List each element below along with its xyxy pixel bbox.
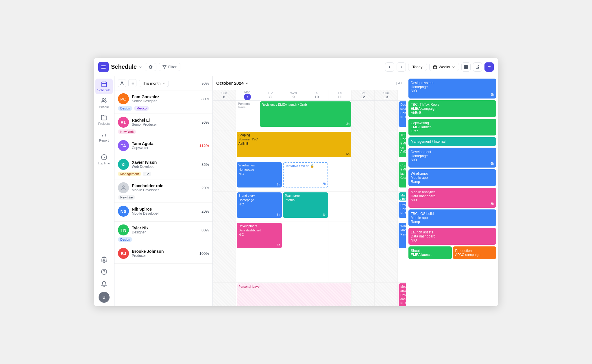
cell-tami-fri11[interactable] bbox=[328, 192, 352, 222]
cell-xavier-mon14[interactable]: WireframesMobile appRamp bbox=[398, 222, 406, 252]
right-production[interactable]: ProductionAPAC campaign bbox=[453, 246, 496, 259]
cell-nik-mon14[interactable]: Mobile analyticsData dashboardNIO 8h bbox=[398, 283, 406, 306]
this-month-button[interactable]: This month bbox=[139, 80, 169, 87]
cell-ph-mon7[interactable] bbox=[236, 252, 259, 282]
sidebar-item-help[interactable] bbox=[95, 266, 113, 277]
tag-newhire[interactable]: New hire bbox=[118, 195, 135, 200]
export-button[interactable] bbox=[473, 62, 482, 72]
tbc-tiktok-event[interactable]: TBC: TikTok ReelsEMEA campaignAirBnB bbox=[399, 132, 406, 157]
right-launch-assets[interactable]: Launch assetsData dashboardNIO bbox=[408, 228, 496, 245]
cell-pam-tue8[interactable]: Revisions / EMEA launch / Grab 2h bbox=[259, 101, 282, 131]
cell-ph-thu10[interactable] bbox=[305, 252, 328, 282]
right-copywriting[interactable]: CopywritingEMEA launchGrab bbox=[408, 119, 496, 135]
right-development-hp[interactable]: DevelopmentHomepageNIO 6h bbox=[408, 148, 496, 168]
tag-plus[interactable]: +2 bbox=[143, 172, 151, 176]
sidebar-item-schedule[interactable]: Schedule bbox=[95, 79, 113, 94]
cell-tami-sat12[interactable] bbox=[352, 192, 375, 222]
cell-nik-sun13[interactable] bbox=[375, 283, 398, 306]
cell-pam-sat12[interactable] bbox=[352, 101, 375, 131]
cell-tami-wed9[interactable]: Team prepInternal 8h bbox=[282, 192, 305, 222]
cell-pam-mon7[interactable]: Personal leave bbox=[236, 101, 259, 131]
cell-rachel1-sun6[interactable] bbox=[213, 131, 236, 161]
month-label[interactable]: October 2024 bbox=[216, 81, 249, 86]
menu-icon-button[interactable] bbox=[98, 62, 109, 72]
right-management[interactable]: Management / Internal bbox=[408, 137, 496, 146]
cell-ph-wed9[interactable] bbox=[282, 252, 305, 282]
tag-design[interactable]: Design bbox=[118, 106, 132, 111]
cell-ph-sun13[interactable] bbox=[375, 252, 398, 282]
right-wireframes-mobile[interactable]: WireframesMobile appRamp bbox=[408, 169, 496, 186]
cell-rachel2-wed9[interactable]: Tentative time off 🔒 8h bbox=[282, 161, 305, 191]
cell-tami-mon14[interactable]: Management / Internal DevelopmentHomepag… bbox=[398, 192, 406, 222]
cell-rachel1-mon14[interactable]: TBC: TikTok ReelsEMEA campaignAirBnB bbox=[398, 131, 406, 161]
cell-nik-sat12[interactable] bbox=[352, 283, 375, 306]
development-homepage-event[interactable]: DevelopmentHomepage NIO 6h bbox=[399, 202, 406, 218]
tag-newyork[interactable]: New York bbox=[118, 129, 136, 134]
cell-tami-mon7[interactable]: Brand storyHomepageNIO 6h bbox=[236, 192, 259, 222]
cell-xavier-wed9[interactable] bbox=[282, 222, 305, 252]
grid-view-button[interactable] bbox=[461, 62, 471, 72]
cell-nik-sun6[interactable] bbox=[213, 283, 236, 306]
cell-ph-mon14[interactable] bbox=[398, 252, 406, 282]
cell-pam-sun13[interactable] bbox=[375, 101, 398, 131]
cell-rachel2-mon14[interactable]: CopywritingEMEA launchGrab bbox=[398, 161, 406, 191]
app-title[interactable]: Schedule bbox=[111, 64, 143, 70]
cell-xavier-sun13[interactable] bbox=[375, 222, 398, 252]
right-shoot[interactable]: ShootEMEA launch bbox=[408, 246, 452, 259]
tag-mexico[interactable]: Mexico bbox=[134, 106, 149, 111]
management-internal-event[interactable]: Management / Internal bbox=[399, 192, 406, 200]
cell-xavier-sat12[interactable] bbox=[352, 222, 375, 252]
cell-xavier-fri11[interactable] bbox=[328, 222, 352, 252]
team-prep-event[interactable]: Team prepInternal 8h bbox=[283, 192, 328, 218]
cell-tami-sun6[interactable] bbox=[213, 192, 236, 222]
right-mobile-analytics[interactable]: Mobile analyticsData dashboardNIO 8h bbox=[408, 188, 496, 208]
sidebar-item-people[interactable]: People bbox=[95, 95, 113, 111]
cell-nik-mon7[interactable]: Personal leave bbox=[236, 283, 259, 306]
revisions-emea-event[interactable]: Revisions / EMEA launch / Grab 2h bbox=[260, 101, 351, 127]
cell-xavier-mon7[interactable]: DevelopmentData dashboardNIO 8h bbox=[236, 222, 259, 252]
cell-rachel1-mon7[interactable]: ScopingSummer TVCAirBnB 6h bbox=[236, 131, 259, 161]
mobile-analytics-event[interactable]: Mobile analyticsData dashboardNIO 8h bbox=[399, 283, 406, 306]
brand-story-event[interactable]: Brand storyHomepageNIO 6h bbox=[237, 192, 282, 218]
cell-ph-sun6[interactable] bbox=[213, 252, 236, 282]
cell-ph-tue8[interactable] bbox=[259, 252, 282, 282]
wireframes-mobile-event[interactable]: WireframesMobile appRamp bbox=[399, 223, 406, 248]
cell-pam-sun6[interactable] bbox=[213, 101, 236, 131]
sidebar-item-notifications[interactable] bbox=[95, 278, 113, 289]
cell-ph-fri11[interactable] bbox=[328, 252, 352, 282]
next-button[interactable] bbox=[397, 62, 406, 72]
cell-rachel2-mon7[interactable]: WireframesHomepageNIO 6h bbox=[236, 161, 259, 191]
right-design-system[interactable]: Design systemHomepageNIO 8h bbox=[408, 79, 496, 99]
sidebar-item-report[interactable]: Report bbox=[95, 129, 113, 144]
right-tbc-ios[interactable]: TBC: iOS buildMobile appRamp bbox=[408, 209, 496, 226]
cell-rachel2-sat12[interactable] bbox=[352, 161, 375, 191]
design-system-event[interactable]: Design systemHomepageNIO 8h bbox=[399, 101, 406, 127]
sidebar-item-settings[interactable] bbox=[95, 254, 113, 265]
user-avatar[interactable]: U bbox=[99, 292, 110, 303]
sidebar-item-logtime[interactable]: Log time bbox=[95, 152, 113, 167]
wireframes-event[interactable]: WireframesHomepageNIO 6h bbox=[237, 162, 282, 187]
development-event[interactable]: DevelopmentData dashboardNIO 8h bbox=[237, 223, 282, 248]
add-button[interactable]: + bbox=[484, 62, 494, 72]
tag-management[interactable]: Management bbox=[118, 172, 141, 176]
copywriting-event[interactable]: CopywritingEMEA launchGrab bbox=[399, 162, 406, 187]
cell-xavier-thu10[interactable] bbox=[305, 222, 328, 252]
cell-rachel2-sun13[interactable] bbox=[375, 161, 398, 191]
sort-button[interactable] bbox=[128, 79, 136, 87]
tag-design-tyler[interactable]: Design bbox=[118, 237, 132, 242]
cell-rachel2-sun6[interactable] bbox=[213, 161, 236, 191]
today-button[interactable]: Today bbox=[408, 63, 427, 71]
scoping-event[interactable]: ScopingSummer TVCAirBnB 6h bbox=[237, 132, 351, 157]
weeks-button[interactable]: Weeks bbox=[429, 63, 459, 71]
layers-button[interactable] bbox=[145, 63, 156, 71]
prev-button[interactable] bbox=[385, 62, 394, 72]
add-person-button[interactable] bbox=[118, 79, 126, 87]
cell-rachel1-sun13[interactable] bbox=[375, 131, 398, 161]
filter-button[interactable]: Filter bbox=[159, 63, 180, 71]
personal-leave-nik-event[interactable]: Personal leave bbox=[237, 283, 351, 306]
sidebar-item-projects[interactable]: Projects bbox=[95, 112, 113, 128]
cell-pam-mon14[interactable]: Design systemHomepageNIO 8h bbox=[398, 101, 406, 131]
cell-ph-sat12[interactable] bbox=[352, 252, 375, 282]
cell-rachel2-fri11[interactable] bbox=[328, 161, 352, 191]
cell-tami-sun13[interactable] bbox=[375, 192, 398, 222]
